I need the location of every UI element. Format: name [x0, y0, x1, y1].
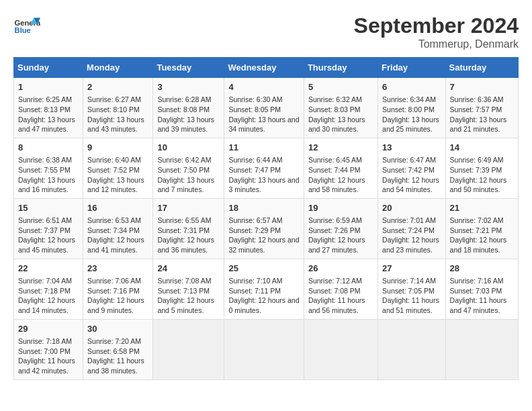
calendar-cell: 4 Sunrise: 6:30 AM Sunset: 8:05 PM Dayli… [224, 78, 304, 138]
calendar-cell: 10 Sunrise: 6:42 AM Sunset: 7:50 PM Dayl… [153, 138, 224, 198]
cell-info: Sunrise: 7:02 AM Sunset: 7:21 PM Dayligh… [450, 216, 514, 255]
day-number: 19 [308, 202, 373, 214]
calendar-cell: 21 Sunrise: 7:02 AM Sunset: 7:21 PM Dayl… [445, 198, 518, 259]
day-number: 20 [382, 202, 441, 214]
calendar-cell [304, 319, 378, 379]
day-number: 15 [18, 202, 79, 214]
day-number: 22 [18, 263, 79, 275]
calendar-cell: 23 Sunrise: 7:06 AM Sunset: 7:16 PM Dayl… [83, 259, 153, 319]
logo-icon: General Blue [13, 13, 40, 40]
calendar-week-row: 8 Sunrise: 6:38 AM Sunset: 7:55 PM Dayli… [14, 138, 519, 198]
cell-info: Sunrise: 6:49 AM Sunset: 7:39 PM Dayligh… [450, 155, 514, 195]
page-subtitle: Tommerup, Denmark [354, 38, 519, 50]
cell-info: Sunrise: 7:16 AM Sunset: 7:03 PM Dayligh… [450, 276, 514, 316]
cell-info: Sunrise: 6:30 AM Sunset: 8:05 PM Dayligh… [228, 95, 299, 134]
cell-info: Sunrise: 7:04 AM Sunset: 7:18 PM Dayligh… [18, 276, 79, 316]
calendar-col-header: Saturday [445, 58, 518, 78]
day-number: 3 [157, 81, 220, 93]
cell-info: Sunrise: 7:01 AM Sunset: 7:24 PM Dayligh… [382, 216, 441, 255]
calendar-cell: 2 Sunrise: 6:27 AM Sunset: 8:10 PM Dayli… [83, 78, 153, 138]
calendar-cell: 8 Sunrise: 6:38 AM Sunset: 7:55 PM Dayli… [14, 138, 83, 198]
cell-info: Sunrise: 6:32 AM Sunset: 8:03 PM Dayligh… [308, 95, 373, 134]
day-number: 30 [87, 323, 148, 335]
day-number: 18 [228, 202, 299, 214]
cell-info: Sunrise: 6:55 AM Sunset: 7:31 PM Dayligh… [157, 216, 220, 255]
calendar-week-row: 22 Sunrise: 7:04 AM Sunset: 7:18 PM Dayl… [14, 259, 519, 319]
cell-info: Sunrise: 7:18 AM Sunset: 7:00 PM Dayligh… [18, 336, 79, 376]
day-number: 11 [228, 142, 299, 154]
cell-info: Sunrise: 6:28 AM Sunset: 8:08 PM Dayligh… [157, 95, 220, 134]
day-number: 25 [228, 263, 299, 275]
cell-info: Sunrise: 6:57 AM Sunset: 7:29 PM Dayligh… [228, 216, 299, 255]
day-number: 6 [382, 81, 441, 93]
calendar-cell: 17 Sunrise: 6:55 AM Sunset: 7:31 PM Dayl… [153, 198, 224, 259]
cell-info: Sunrise: 6:51 AM Sunset: 7:37 PM Dayligh… [18, 216, 79, 255]
calendar-header-row: SundayMondayTuesdayWednesdayThursdayFrid… [14, 58, 519, 78]
calendar-cell [445, 319, 518, 379]
calendar-cell: 1 Sunrise: 6:25 AM Sunset: 8:13 PM Dayli… [14, 78, 83, 138]
calendar-cell: 20 Sunrise: 7:01 AM Sunset: 7:24 PM Dayl… [378, 198, 446, 259]
day-number: 12 [308, 142, 373, 154]
day-number: 16 [87, 202, 148, 214]
cell-info: Sunrise: 7:06 AM Sunset: 7:16 PM Dayligh… [87, 276, 148, 316]
day-number: 23 [87, 263, 148, 275]
calendar-table: SundayMondayTuesdayWednesdayThursdayFrid… [13, 57, 519, 380]
cell-info: Sunrise: 6:34 AM Sunset: 8:00 PM Dayligh… [382, 95, 441, 134]
calendar-cell [224, 319, 304, 379]
calendar-cell: 16 Sunrise: 6:53 AM Sunset: 7:34 PM Dayl… [83, 198, 153, 259]
calendar-cell: 12 Sunrise: 6:45 AM Sunset: 7:44 PM Dayl… [304, 138, 378, 198]
calendar-cell: 24 Sunrise: 7:08 AM Sunset: 7:13 PM Dayl… [153, 259, 224, 319]
calendar-cell: 30 Sunrise: 7:20 AM Sunset: 6:58 PM Dayl… [83, 319, 153, 379]
calendar-week-row: 15 Sunrise: 6:51 AM Sunset: 7:37 PM Dayl… [14, 198, 519, 259]
logo: General Blue [13, 13, 40, 40]
calendar-col-header: Wednesday [224, 58, 304, 78]
calendar-week-row: 1 Sunrise: 6:25 AM Sunset: 8:13 PM Dayli… [14, 78, 519, 138]
day-number: 2 [87, 81, 148, 93]
day-number: 1 [18, 81, 79, 93]
calendar-cell: 14 Sunrise: 6:49 AM Sunset: 7:39 PM Dayl… [445, 138, 518, 198]
calendar-cell [378, 319, 446, 379]
page-title: September 2024 [354, 13, 519, 38]
calendar-cell: 28 Sunrise: 7:16 AM Sunset: 7:03 PM Dayl… [445, 259, 518, 319]
cell-info: Sunrise: 7:14 AM Sunset: 7:05 PM Dayligh… [382, 276, 441, 316]
svg-text:Blue: Blue [15, 26, 31, 34]
calendar-cell: 29 Sunrise: 7:18 AM Sunset: 7:00 PM Dayl… [14, 319, 83, 379]
calendar-cell: 11 Sunrise: 6:44 AM Sunset: 7:47 PM Dayl… [224, 138, 304, 198]
day-number: 26 [308, 263, 373, 275]
cell-info: Sunrise: 7:10 AM Sunset: 7:11 PM Dayligh… [228, 276, 299, 316]
cell-info: Sunrise: 6:53 AM Sunset: 7:34 PM Dayligh… [87, 216, 148, 255]
calendar-cell: 9 Sunrise: 6:40 AM Sunset: 7:52 PM Dayli… [83, 138, 153, 198]
calendar-cell: 15 Sunrise: 6:51 AM Sunset: 7:37 PM Dayl… [14, 198, 83, 259]
day-number: 27 [382, 263, 441, 275]
cell-info: Sunrise: 7:20 AM Sunset: 6:58 PM Dayligh… [87, 336, 148, 376]
calendar-cell: 25 Sunrise: 7:10 AM Sunset: 7:11 PM Dayl… [224, 259, 304, 319]
cell-info: Sunrise: 6:27 AM Sunset: 8:10 PM Dayligh… [87, 95, 148, 134]
day-number: 4 [228, 81, 299, 93]
day-number: 14 [450, 142, 514, 154]
cell-info: Sunrise: 6:47 AM Sunset: 7:42 PM Dayligh… [382, 155, 441, 195]
day-number: 21 [450, 202, 514, 214]
cell-info: Sunrise: 7:08 AM Sunset: 7:13 PM Dayligh… [157, 276, 220, 316]
calendar-cell: 5 Sunrise: 6:32 AM Sunset: 8:03 PM Dayli… [304, 78, 378, 138]
calendar-cell: 18 Sunrise: 6:57 AM Sunset: 7:29 PM Dayl… [224, 198, 304, 259]
calendar-cell: 13 Sunrise: 6:47 AM Sunset: 7:42 PM Dayl… [378, 138, 446, 198]
cell-info: Sunrise: 6:38 AM Sunset: 7:55 PM Dayligh… [18, 155, 79, 195]
calendar-cell: 7 Sunrise: 6:36 AM Sunset: 7:57 PM Dayli… [445, 78, 518, 138]
cell-info: Sunrise: 7:12 AM Sunset: 7:08 PM Dayligh… [308, 276, 373, 316]
calendar-col-header: Monday [83, 58, 153, 78]
day-number: 24 [157, 263, 220, 275]
cell-info: Sunrise: 6:25 AM Sunset: 8:13 PM Dayligh… [18, 95, 79, 134]
day-number: 9 [87, 142, 148, 154]
calendar-col-header: Thursday [304, 58, 378, 78]
calendar-cell: 3 Sunrise: 6:28 AM Sunset: 8:08 PM Dayli… [153, 78, 224, 138]
calendar-col-header: Friday [378, 58, 446, 78]
day-number: 8 [18, 142, 79, 154]
calendar-cell: 6 Sunrise: 6:34 AM Sunset: 8:00 PM Dayli… [378, 78, 446, 138]
calendar-col-header: Tuesday [153, 58, 224, 78]
calendar-cell: 27 Sunrise: 7:14 AM Sunset: 7:05 PM Dayl… [378, 259, 446, 319]
calendar-cell: 19 Sunrise: 6:59 AM Sunset: 7:26 PM Dayl… [304, 198, 378, 259]
calendar-cell: 22 Sunrise: 7:04 AM Sunset: 7:18 PM Dayl… [14, 259, 83, 319]
cell-info: Sunrise: 6:59 AM Sunset: 7:26 PM Dayligh… [308, 216, 373, 255]
cell-info: Sunrise: 6:40 AM Sunset: 7:52 PM Dayligh… [87, 155, 148, 195]
day-number: 7 [450, 81, 514, 93]
